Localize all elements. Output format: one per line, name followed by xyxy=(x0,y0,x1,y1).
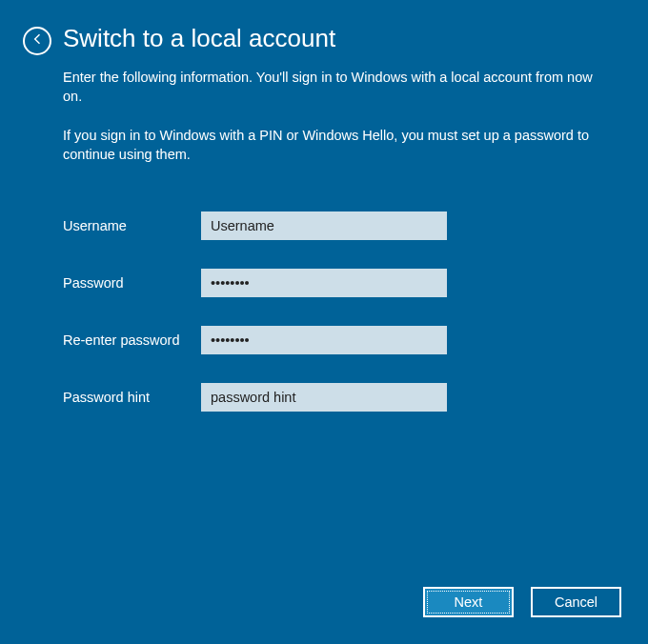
username-label: Username xyxy=(63,218,201,233)
intro-text-1: Enter the following information. You'll … xyxy=(63,69,597,106)
cancel-button[interactable]: Cancel xyxy=(531,587,621,617)
username-input[interactable] xyxy=(201,211,447,240)
password-label: Password xyxy=(63,275,201,291)
password-input[interactable] xyxy=(201,269,447,297)
password-hint-label: Password hint xyxy=(63,390,201,405)
reenter-password-input[interactable] xyxy=(201,326,447,354)
password-hint-input[interactable] xyxy=(201,383,447,412)
back-button[interactable] xyxy=(23,27,51,55)
reenter-password-label: Re-enter password xyxy=(63,332,201,348)
arrow-left-icon xyxy=(30,31,45,50)
next-button[interactable]: Next xyxy=(423,587,514,617)
intro-text-2: If you sign in to Windows with a PIN or … xyxy=(63,127,597,164)
page-title: Switch to a local account xyxy=(63,24,335,53)
